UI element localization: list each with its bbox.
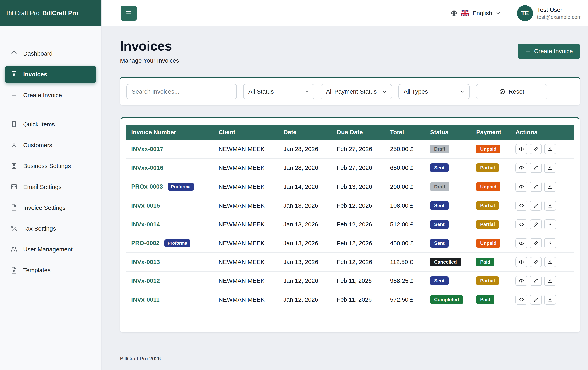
client-cell: NEWMAN MEEK — [214, 159, 279, 177]
download-button[interactable] — [544, 276, 556, 286]
percent-icon — [10, 225, 18, 232]
invoice-number-link[interactable]: INVx-0015 — [131, 202, 160, 209]
download-button[interactable] — [544, 200, 556, 210]
sidebar-item-create-invoice[interactable]: Create Invoice — [5, 87, 96, 104]
client-cell: NEWMAN MEEK — [214, 234, 279, 252]
view-button[interactable] — [515, 219, 527, 229]
sidebar-item-user-management[interactable]: User Management — [5, 240, 96, 258]
chevron-down-icon — [459, 89, 465, 95]
view-button[interactable] — [515, 294, 527, 305]
edit-button[interactable] — [530, 182, 542, 192]
table-row: PRO-0002 Proforma NEWMAN MEEK Jan 13, 20… — [126, 234, 574, 252]
sidebar-item-invoices[interactable]: Invoices — [5, 66, 96, 83]
pencil-icon — [533, 240, 538, 246]
download-icon — [548, 165, 553, 171]
envelope-icon — [10, 183, 18, 191]
view-button[interactable] — [515, 182, 527, 192]
invoice-number-link[interactable]: INVx-0012 — [131, 277, 160, 284]
sidebar-item-quick-items[interactable]: Quick Items — [5, 116, 96, 133]
menu-button[interactable] — [121, 6, 137, 21]
download-button[interactable] — [544, 144, 556, 154]
plus-icon — [525, 48, 531, 54]
invoice-number-link[interactable]: INVx-0013 — [131, 259, 160, 265]
sidebar-item-dashboard[interactable]: Dashboard — [5, 45, 96, 62]
table-header-row: Invoice Number Client Date Due Date Tota… — [126, 125, 574, 140]
view-button[interactable] — [515, 257, 527, 267]
edit-button[interactable] — [530, 163, 542, 173]
view-button[interactable] — [515, 200, 527, 210]
sidebar-item-invoice-settings[interactable]: Invoice Settings — [5, 199, 96, 217]
payment-status-filter-dropdown[interactable]: All Payment Status — [321, 84, 392, 99]
status-badge: Completed — [430, 295, 463, 304]
edit-button[interactable] — [530, 144, 542, 154]
main-area: English TE Test User test@example.com In… — [102, 0, 588, 370]
invoice-number-link[interactable]: PRO-0002 — [131, 239, 160, 246]
sidebar-item-label: Quick Items — [23, 121, 55, 128]
date-cell: Jan 28, 2026 — [279, 140, 332, 159]
reset-button[interactable]: Reset — [476, 84, 547, 99]
edit-button[interactable] — [530, 219, 542, 229]
sidebar-item-tax-settings[interactable]: Tax Settings — [5, 220, 96, 237]
status-filter-dropdown[interactable]: All Status — [243, 84, 315, 99]
edit-button[interactable] — [530, 200, 542, 210]
sidebar-item-templates[interactable]: Templates — [5, 261, 96, 279]
row-actions — [515, 238, 569, 248]
pencil-icon — [533, 203, 538, 208]
user-menu[interactable]: TE Test User test@example.com — [517, 5, 582, 21]
uk-flag-icon — [461, 11, 469, 16]
template-icon — [10, 267, 18, 274]
due-date-cell: Feb 27, 2026 — [332, 159, 385, 177]
edit-button[interactable] — [530, 257, 542, 267]
eye-icon — [519, 278, 524, 283]
download-button[interactable] — [544, 257, 556, 267]
client-cell: NEWMAN MEEK — [214, 271, 279, 290]
edit-button[interactable] — [530, 238, 542, 248]
download-button[interactable] — [544, 182, 556, 192]
download-button[interactable] — [544, 294, 556, 305]
download-button[interactable] — [544, 163, 556, 173]
sidebar-item-customers[interactable]: Customers — [5, 136, 96, 154]
brand-name-light: BillCraft Pro — [6, 10, 39, 17]
type-filter-dropdown[interactable]: All Types — [399, 84, 470, 99]
sidebar-item-label: Invoice Settings — [23, 204, 66, 211]
view-button[interactable] — [515, 144, 527, 154]
payment-badge: Unpaid — [476, 182, 500, 191]
invoice-number-link[interactable]: INVxx-0016 — [131, 164, 163, 171]
column-header-date: Date — [279, 125, 332, 140]
sidebar-item-business-settings[interactable]: Business Settings — [5, 157, 96, 175]
view-button[interactable] — [515, 238, 527, 248]
pencil-icon — [533, 146, 538, 152]
invoices-table: Invoice Number Client Date Due Date Tota… — [126, 125, 574, 309]
table-row: INVx-0015 NEWMAN MEEK Jan 13, 2026 Feb 1… — [126, 196, 574, 215]
language-selector[interactable]: English — [451, 10, 501, 17]
column-header-payment: Payment — [471, 125, 511, 140]
user-email: test@example.com — [537, 14, 582, 20]
total-cell: 512.00 £ — [385, 215, 425, 234]
status-badge: Draft — [430, 145, 449, 153]
eye-icon — [519, 146, 524, 152]
translate-icon — [451, 10, 457, 17]
table-row: PROx-0003 Proforma NEWMAN MEEK Jan 14, 2… — [126, 177, 574, 196]
row-actions — [515, 182, 569, 192]
search-input[interactable] — [126, 84, 237, 99]
invoice-number-link[interactable]: INVxx-0017 — [131, 146, 163, 152]
invoice-number-link[interactable]: INVx-0014 — [131, 221, 160, 228]
create-invoice-button[interactable]: Create Invoice — [518, 44, 580, 59]
download-button[interactable] — [544, 219, 556, 229]
row-actions — [515, 163, 569, 173]
view-button[interactable] — [515, 163, 527, 173]
download-button[interactable] — [544, 238, 556, 248]
row-actions — [515, 219, 569, 229]
edit-button[interactable] — [530, 276, 542, 286]
date-cell: Jan 14, 2026 — [279, 177, 332, 196]
status-badge: Draft — [430, 182, 449, 191]
status-badge: Sent — [430, 201, 449, 210]
view-button[interactable] — [515, 276, 527, 286]
invoice-number-link[interactable]: INVx-0011 — [131, 296, 160, 303]
due-date-cell: Feb 11, 2026 — [332, 271, 385, 290]
total-cell: 112.50 £ — [385, 252, 425, 271]
chevron-down-icon — [304, 89, 310, 95]
sidebar-item-email-settings[interactable]: Email Settings — [5, 178, 96, 196]
invoice-number-link[interactable]: PROx-0003 — [131, 183, 163, 190]
edit-button[interactable] — [530, 294, 542, 305]
